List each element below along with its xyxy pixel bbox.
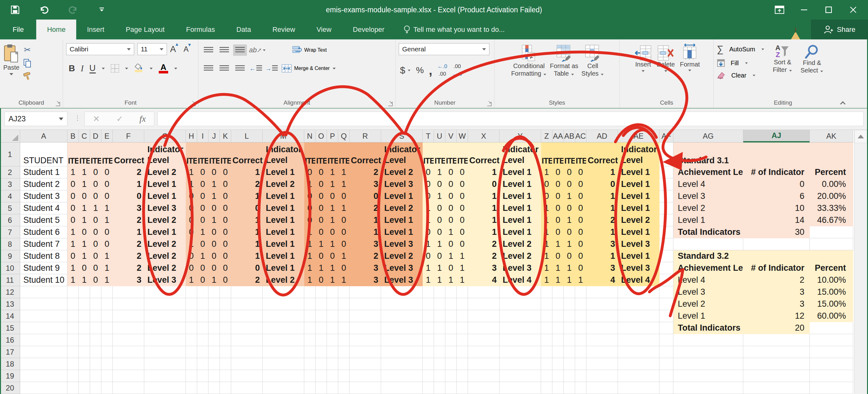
cell-AA1[interactable]: ITE [552, 142, 564, 166]
cell-E16[interactable] [101, 334, 113, 346]
cell-A13[interactable] [20, 298, 67, 310]
cell-U11[interactable]: 1 [434, 274, 445, 286]
cell-U6[interactable]: 0 [434, 214, 445, 226]
cell-U10[interactable]: 1 [434, 262, 445, 274]
cell-X20[interactable] [468, 382, 499, 394]
cell-AE16[interactable] [618, 334, 659, 346]
cell-C3[interactable]: 1 [79, 178, 90, 190]
cell-AG8[interactable] [673, 238, 743, 250]
cell-AG2[interactable]: Achievement Level [673, 166, 743, 178]
cell-U18[interactable] [434, 358, 445, 370]
cell-Q1[interactable]: ITE [338, 142, 350, 166]
cell-B12[interactable] [67, 286, 79, 298]
cell-I11[interactable]: 0 [197, 274, 209, 286]
cell-AD8[interactable]: 3 [586, 238, 618, 250]
cell-S9[interactable]: Level 2 [381, 250, 423, 262]
cell-U2[interactable]: 1 [434, 166, 445, 178]
cell-AG6[interactable]: Level 1 [673, 214, 743, 226]
column-header-U[interactable]: U [434, 130, 445, 142]
cell-R17[interactable] [350, 346, 381, 358]
cell-H16[interactable] [186, 334, 197, 346]
cell-T18[interactable] [423, 358, 434, 370]
cell-F4[interactable]: 0 [113, 190, 144, 202]
row-header-7[interactable]: 7 [0, 226, 20, 238]
cell-V11[interactable]: 1 [445, 274, 457, 286]
cell-N18[interactable] [304, 358, 316, 370]
cell-M9[interactable]: Level 1 [263, 250, 304, 262]
row-header-11[interactable]: 11 [0, 274, 20, 286]
cell-D11[interactable]: 0 [90, 274, 101, 286]
cell-M14[interactable] [263, 310, 304, 322]
cell-K18[interactable] [220, 358, 231, 370]
column-header-AE[interactable]: AE [618, 130, 659, 142]
cell-C7[interactable]: 0 [79, 226, 90, 238]
cell-AJ20[interactable] [743, 382, 810, 394]
cell-M19[interactable] [263, 370, 304, 382]
cell-I18[interactable] [197, 358, 209, 370]
cell-AD11[interactable]: 4 [586, 274, 618, 286]
cell-L11[interactable]: 2 [231, 274, 263, 286]
insert-function-button[interactable]: fx [140, 114, 146, 124]
cell-C9[interactable]: 1 [79, 250, 90, 262]
cell-I13[interactable] [197, 298, 209, 310]
cell-N15[interactable] [304, 322, 316, 334]
cell-K16[interactable] [220, 334, 231, 346]
cell-J17[interactable] [209, 346, 220, 358]
cell-F19[interactable] [113, 370, 144, 382]
font-color-dropdown-arrow[interactable] [174, 67, 177, 69]
cell-J20[interactable] [209, 382, 220, 394]
column-header-AB[interactable]: AB [564, 130, 575, 142]
cell-R10[interactable]: 3 [350, 262, 381, 274]
cell-AJ19[interactable] [743, 370, 810, 382]
cell-K8[interactable]: 0 [220, 238, 231, 250]
cell-N1[interactable]: ITE [304, 142, 316, 166]
tab-data[interactable]: Data [225, 20, 261, 39]
cell-H10[interactable]: 0 [186, 262, 197, 274]
cell-Z17[interactable] [541, 346, 552, 358]
align-right-button[interactable] [233, 63, 247, 74]
cell-AB12[interactable] [564, 286, 575, 298]
cell-A12[interactable] [20, 286, 67, 298]
cell-D10[interactable]: 0 [90, 262, 101, 274]
cell-AK18[interactable] [810, 358, 853, 370]
column-header-A[interactable]: A [20, 130, 67, 142]
cell-A11[interactable]: Student 10 [20, 274, 67, 286]
cell-R16[interactable] [350, 334, 381, 346]
cell-U16[interactable] [434, 334, 445, 346]
cell-AG3[interactable]: Level 4 [673, 178, 743, 190]
find-select-button[interactable]: Find & Select [801, 45, 824, 79]
cell-V14[interactable] [445, 310, 457, 322]
column-header-E[interactable]: E [101, 130, 113, 142]
cell-B16[interactable] [67, 334, 79, 346]
cell-K5[interactable]: 0 [220, 202, 231, 214]
cell-U3[interactable]: 0 [434, 178, 445, 190]
column-header-AF[interactable]: AF [659, 130, 673, 142]
cell-T9[interactable]: 0 [423, 250, 434, 262]
cell-G9[interactable]: Level 2 [144, 250, 186, 262]
cell-F1[interactable]: Correct [113, 142, 144, 166]
cell-Y3[interactable]: Level 1 [499, 178, 541, 190]
row-header-8[interactable]: 8 [0, 238, 20, 250]
cell-AF11[interactable] [659, 274, 673, 286]
cell-H17[interactable] [186, 346, 197, 358]
decrease-indent-button[interactable]: ← [249, 63, 263, 74]
cell-O3[interactable]: 0 [316, 178, 327, 190]
row-header-19[interactable]: 19 [0, 370, 20, 382]
cell-P17[interactable] [327, 346, 338, 358]
cell-O19[interactable] [316, 370, 327, 382]
cell-AB15[interactable] [564, 322, 575, 334]
cell-S6[interactable]: Level 1 [381, 214, 423, 226]
cell-N10[interactable]: 1 [304, 262, 316, 274]
cell-L15[interactable] [231, 322, 263, 334]
cell-C5[interactable]: 1 [79, 202, 90, 214]
cell-U13[interactable] [434, 298, 445, 310]
cell-AE13[interactable] [618, 298, 659, 310]
cell-E17[interactable] [101, 346, 113, 358]
cell-X11[interactable]: 4 [468, 274, 499, 286]
cell-AB10[interactable]: 1 [564, 262, 575, 274]
cell-AB3[interactable]: 0 [564, 178, 575, 190]
name-box[interactable]: AJ23 [4, 112, 67, 126]
cell-AJ14[interactable]: 12 [743, 310, 810, 322]
cell-AG11[interactable]: Level 4 [673, 274, 743, 286]
cell-D17[interactable] [90, 346, 101, 358]
